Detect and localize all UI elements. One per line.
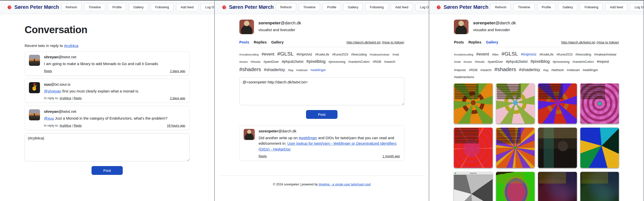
gallery-item-moire-red-wheel[interactable] (538, 83, 577, 124)
nav-refresh[interactable]: Refresh (276, 3, 296, 11)
brand[interactable]: Søren Peter Mørch (7, 4, 59, 10)
tag-makeartnotwar[interactable]: #makeartnotwar (370, 53, 390, 56)
how-to-follow-link[interactable]: (How to follow) (382, 40, 404, 44)
nav-timeline[interactable]: Timeline (84, 3, 105, 11)
tag-tag[interactable]: #tag (543, 69, 548, 72)
tab-posts[interactable]: Posts (239, 40, 249, 44)
twtxt-url-link[interactable]: http://darch.dk/twtxt.txt (347, 40, 380, 44)
tag-shaders[interactable]: #shaders (239, 66, 261, 72)
tag-creativecoding[interactable]: #creativecoding (454, 53, 473, 56)
gallery-item-dark-green-mesh[interactable] (580, 172, 619, 201)
tab-gallery[interactable]: Gallery (271, 40, 284, 44)
tag-webfinger[interactable]: #webfinger (311, 68, 326, 72)
nav-profile[interactable]: Profile (537, 3, 555, 11)
nav-following[interactable]: Following (580, 3, 603, 11)
tag-KodeLife[interactable]: #KodeLife (539, 53, 553, 56)
brand[interactable]: Søren Peter Mørch (221, 4, 274, 10)
tag-filter[interactable]: #filter (492, 53, 499, 56)
tag-livecoding[interactable]: #livecoding (575, 53, 591, 56)
tag-moire[interactable]: #moire (239, 60, 248, 63)
timestamp-link[interactable]: 1 month ago (382, 155, 400, 158)
tag-shadertoy[interactable]: #shadertoy (519, 67, 540, 72)
timestamp-link[interactable]: 2 days ago (170, 96, 185, 100)
tag-randomColors[interactable]: #randomColors (348, 60, 370, 64)
nav-timeline[interactable]: Timeline (299, 3, 320, 11)
tag-pixelblog[interactable]: #pixelblog (306, 59, 326, 64)
tag-moire[interactable]: #moire (463, 60, 472, 63)
tag-event[interactable]: #event (262, 52, 274, 57)
gallery-item-dark-red-mesh[interactable] (538, 172, 577, 201)
tag-Kune2023[interactable]: #Kune2023 (556, 53, 573, 56)
gallery-item-red-radial-moire[interactable] (454, 128, 493, 168)
tab-replies[interactable]: Replies (468, 40, 482, 44)
gallery-item-moire-magenta-rings[interactable] (580, 83, 619, 124)
tag-midi[interactable]: #midi (454, 60, 460, 63)
nav-add-feed[interactable]: Add feed (605, 3, 627, 11)
tag-shadertoy[interactable]: #shadertoy (264, 67, 285, 72)
gallery-item-livecoding-performance-photo[interactable] (538, 128, 577, 168)
tab-posts[interactable]: Posts (454, 40, 464, 44)
tag-makeartnotwar[interactable]: #makeartnotwar (594, 53, 617, 56)
tag-twthash[interactable]: #twthash (551, 68, 564, 72)
nav-log-out[interactable]: Log Out (415, 3, 430, 11)
nav-gallery[interactable]: Gallery (129, 3, 148, 11)
how-to-follow-link[interactable]: (How to follow) (596, 40, 619, 44)
nav-gallery[interactable]: Gallery (558, 3, 577, 11)
tag-creativecoding[interactable]: #creativecoding (239, 53, 259, 56)
nav-log-out[interactable]: Log Out (630, 3, 644, 11)
tag-search[interactable]: #search (480, 68, 491, 72)
tag-processing[interactable]: #processing (328, 60, 345, 64)
tag-pixelblog[interactable]: #pixelblog (530, 59, 550, 64)
nav-following[interactable]: Following (151, 3, 174, 11)
tag-event[interactable]: #event (476, 52, 489, 57)
tag-improviz[interactable]: #improviz (296, 52, 312, 56)
tag-repost[interactable]: #repost (597, 60, 609, 64)
tag-midi[interactable]: #midi (392, 53, 399, 56)
reply-link[interactable]: Reply (74, 96, 82, 100)
in-reply-hash-link[interactable]: #cylt4ca (60, 124, 71, 127)
tag-tag[interactable]: #tag (288, 69, 293, 72)
tag-reposts[interactable]: #reposts (454, 68, 466, 72)
tag-GLSL[interactable]: #GLSL (502, 51, 518, 57)
tag-Kune2023[interactable]: #Kune2023 (332, 53, 348, 56)
gallery-item-moire-pink-wheel[interactable] (496, 83, 535, 124)
post-button[interactable]: Post (306, 110, 337, 119)
tag-randomColors[interactable]: #randomColors (572, 60, 594, 64)
gallery-item-blue-green-facets[interactable] (580, 128, 619, 168)
tag-webfinger[interactable]: #webfinger (583, 68, 598, 72)
reply-link[interactable]: Reply (74, 124, 82, 127)
tab-replies[interactable]: Replies (254, 40, 267, 44)
tag-RGB[interactable]: #RGB (469, 68, 478, 72)
footer-timeline-link[interactable]: timeline - a single user twtxt/yarn pod (319, 183, 370, 186)
conversation-hash-link[interactable]: #cylt4ca (64, 43, 78, 48)
tag-phpub2twtxt[interactable]: #phpub2twtxt (506, 60, 528, 64)
reply-link[interactable]: Reply (44, 69, 52, 73)
twt-body-link[interactable]: @xuu (44, 116, 54, 120)
tag-RGB[interactable]: #RGB (373, 60, 381, 64)
tag-music[interactable]: #music (251, 60, 261, 64)
tab-gallery[interactable]: Gallery (486, 40, 498, 44)
post-composer-input[interactable]: @<sorenpeter http://darch.dk/twtxt.txt> (239, 77, 404, 105)
nav-profile[interactable]: Profile (323, 3, 341, 11)
twt-body-link[interactable]: @shreyan (44, 89, 61, 93)
nav-refresh[interactable]: Refresh (490, 3, 511, 11)
twtxt-url-link[interactable]: http://darch.dk/twtxt.txt (561, 40, 595, 44)
brand[interactable]: Søren Peter Mørch (436, 4, 488, 10)
nav-timeline[interactable]: Timeline (513, 3, 535, 11)
tag-music[interactable]: #music (475, 60, 485, 64)
tag-shaders[interactable]: #shaders (494, 66, 516, 72)
tag-livecoding[interactable]: #livecoding (351, 53, 367, 56)
gallery-item-improviz-window-grayscale[interactable]: improviz (454, 172, 493, 201)
timestamp-link[interactable]: 19 hours ago (167, 124, 185, 127)
nav-refresh[interactable]: Refresh (61, 3, 82, 11)
reply-composer-input[interactable]: (#cylt4ca) (25, 133, 190, 161)
tag-improviz[interactable]: #improviz (521, 52, 536, 56)
nav-add-feed[interactable]: Add feed (391, 3, 413, 11)
twt-body-link[interactable]: #webfinger (299, 136, 317, 140)
in-reply-hash-link[interactable]: #cylt4ca (60, 96, 71, 100)
nav-add-feed[interactable]: Add feed (176, 3, 198, 11)
nav-following[interactable]: Following (365, 3, 388, 11)
tag-GLSL[interactable]: #GLSL (277, 51, 294, 57)
tag-search[interactable]: #search (384, 60, 395, 64)
nav-gallery[interactable]: Gallery (344, 3, 363, 11)
